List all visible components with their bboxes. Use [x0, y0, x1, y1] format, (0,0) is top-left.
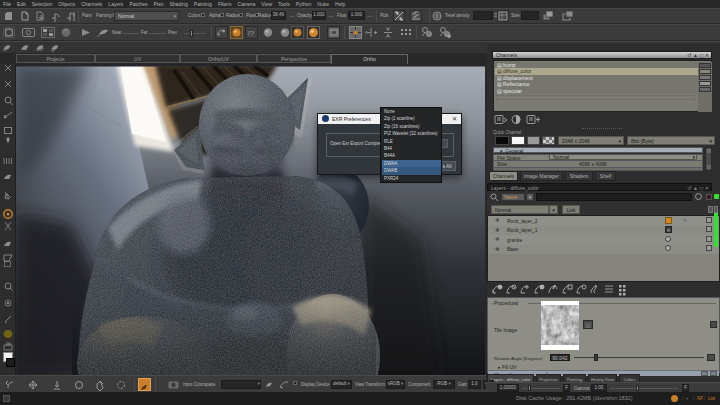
svg-text:!?: !?: [248, 30, 254, 37]
